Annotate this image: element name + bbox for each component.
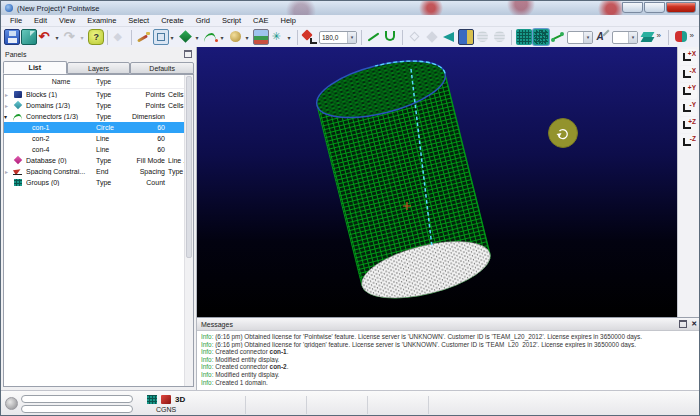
expander-icon[interactable] xyxy=(4,133,13,144)
diamond-outline-tool-icon[interactable] xyxy=(407,29,423,45)
gem-tool-icon[interactable] xyxy=(112,29,128,45)
separator-tool-icon[interactable] xyxy=(131,30,132,45)
paintbrush-tool-icon[interactable] xyxy=(136,29,152,45)
rotation-angle-combo[interactable]: 180,0 ▾ xyxy=(319,31,357,44)
entity-type-icon xyxy=(13,122,26,133)
close-messages-icon[interactable]: ✕ xyxy=(691,321,697,327)
mask-tool-icon[interactable] xyxy=(673,29,689,45)
table-row[interactable]: Connectors (1/3) Type Dimension xyxy=(4,111,193,122)
block-tool-icon[interactable] xyxy=(458,29,474,45)
dropdown-tool-icon[interactable] xyxy=(245,29,252,45)
table-row[interactable]: Blocks (1) Type Points Cells xyxy=(4,89,193,100)
sphere-mesh-tool-icon[interactable] xyxy=(492,29,508,45)
table-row[interactable]: con-2 Line 60 xyxy=(4,133,193,144)
dropdown-tool-icon[interactable] xyxy=(170,29,177,45)
spacing-combo[interactable]: ▾ xyxy=(612,31,638,44)
undo-tool-icon[interactable] xyxy=(38,29,54,45)
trackball-icon[interactable] xyxy=(5,397,18,410)
redo-tool-icon[interactable] xyxy=(63,29,79,45)
expander-icon[interactable] xyxy=(4,177,13,188)
file-menu-item[interactable]: File xyxy=(4,15,28,26)
examine-tool-icon[interactable] xyxy=(302,29,318,45)
close-button[interactable] xyxy=(666,2,696,13)
table-row[interactable]: Database (0) Type Fill Mode Line ... xyxy=(4,155,193,166)
script-menu-item[interactable]: Script xyxy=(216,15,247,26)
dropdown-tool-icon[interactable] xyxy=(195,29,202,45)
separator-tool-icon[interactable] xyxy=(361,30,362,45)
grid-structured-tool-icon[interactable] xyxy=(516,29,532,45)
table-row[interactable]: Domains (1/3) Type Points Cells xyxy=(4,100,193,111)
expander-icon[interactable] xyxy=(4,111,13,122)
separator-tool-icon[interactable] xyxy=(107,30,108,45)
dropdown-tool-icon[interactable] xyxy=(55,29,62,45)
sphere-tool-icon[interactable] xyxy=(228,29,244,45)
expander-icon[interactable] xyxy=(4,89,13,100)
window-controls xyxy=(622,2,696,13)
select-menu-item[interactable]: Select xyxy=(122,15,155,26)
expander-icon[interactable] xyxy=(4,166,13,177)
separator-tool-icon[interactable] xyxy=(297,30,298,45)
float-messages-icon[interactable] xyxy=(679,320,687,328)
axis-view-button[interactable]: +Z xyxy=(680,117,697,133)
panel-title: Panels xyxy=(5,51,26,58)
axis-view-button[interactable]: -Y xyxy=(680,100,697,116)
log-line: Info: Modified entity display. xyxy=(201,356,697,364)
dropdown-tool-icon[interactable] xyxy=(287,29,294,45)
diamond-fill-tool-icon[interactable] xyxy=(424,29,440,45)
dimension-combo[interactable]: ▾ xyxy=(567,31,593,44)
save-tool-icon[interactable] xyxy=(4,29,20,45)
axis-view-button[interactable]: -X xyxy=(680,66,697,82)
expander-icon[interactable] xyxy=(4,155,13,166)
log-line: Info: (6:16 pm) Obtained license for 'Po… xyxy=(201,333,697,341)
combo-arrow-icon[interactable]: ▾ xyxy=(583,32,592,43)
combo-arrow-icon[interactable]: ▾ xyxy=(628,32,637,43)
sphere-mesh-tool-icon[interactable] xyxy=(475,29,491,45)
grid-unstructured-tool-icon[interactable] xyxy=(533,29,549,45)
display-viewport[interactable] xyxy=(197,47,679,317)
view-menu-item[interactable]: View xyxy=(53,15,81,26)
expander-icon[interactable] xyxy=(4,100,13,111)
ucurve-tool-icon[interactable] xyxy=(383,29,399,45)
table-row[interactable]: con-4 Line 60 xyxy=(4,144,193,155)
rotation-angle-value: 180,0 xyxy=(322,34,338,41)
help-tool-icon[interactable] xyxy=(88,29,104,45)
scrollbar-thumb[interactable] xyxy=(186,76,192,258)
cae-menu-item[interactable]: CAE xyxy=(247,15,274,26)
table-row[interactable]: con-1 Circle 60 xyxy=(4,122,193,133)
image-tool-icon[interactable] xyxy=(253,29,269,45)
help-menu-item[interactable]: Help xyxy=(274,15,301,26)
float-panel-icon[interactable] xyxy=(184,50,192,58)
avg-spacing-tool-icon[interactable] xyxy=(595,29,611,45)
axis-view-button[interactable]: +X xyxy=(680,49,697,65)
open-tool-icon[interactable] xyxy=(21,29,37,45)
connector-dim-tool-icon[interactable] xyxy=(550,29,566,45)
separator-tool-icon[interactable] xyxy=(668,30,669,45)
layers-tool-icon[interactable] xyxy=(640,29,656,45)
overflow-tool-icon[interactable] xyxy=(657,29,665,45)
table-row[interactable]: Spacing Constrai... End Spacing Type xyxy=(4,166,193,177)
grid-menu-item[interactable]: Grid xyxy=(190,15,216,26)
minimize-button[interactable] xyxy=(622,2,643,13)
line-tool-icon[interactable] xyxy=(366,29,382,45)
combo-arrow-icon[interactable]: ▾ xyxy=(347,32,356,43)
separator-tool-icon[interactable] xyxy=(402,30,403,45)
curve-tool-icon[interactable] xyxy=(203,29,219,45)
tree-scrollbar[interactable] xyxy=(184,75,193,386)
axis-view-button[interactable]: +Y xyxy=(680,83,697,99)
axis-view-button[interactable]: -Z xyxy=(680,134,697,150)
examine-menu-item[interactable]: Examine xyxy=(81,15,122,26)
edit-menu-item[interactable]: Edit xyxy=(28,15,53,26)
diamond-tool-icon[interactable] xyxy=(178,29,194,45)
table-row[interactable]: Groups (0) Type Count xyxy=(4,177,193,188)
cube-tool-icon[interactable] xyxy=(153,29,169,45)
dropdown-tool-icon[interactable] xyxy=(80,29,87,45)
separator-tool-icon[interactable] xyxy=(511,30,512,45)
expander-icon[interactable] xyxy=(4,122,13,133)
dropdown-tool-icon[interactable] xyxy=(220,29,227,45)
cone-tool-icon[interactable] xyxy=(441,29,457,45)
expander-icon[interactable] xyxy=(4,144,13,155)
maximize-button[interactable] xyxy=(644,2,665,13)
spider-tool-icon[interactable] xyxy=(270,29,286,45)
overflow-tool-icon[interactable] xyxy=(690,29,698,45)
create-menu-item[interactable]: Create xyxy=(155,15,190,26)
